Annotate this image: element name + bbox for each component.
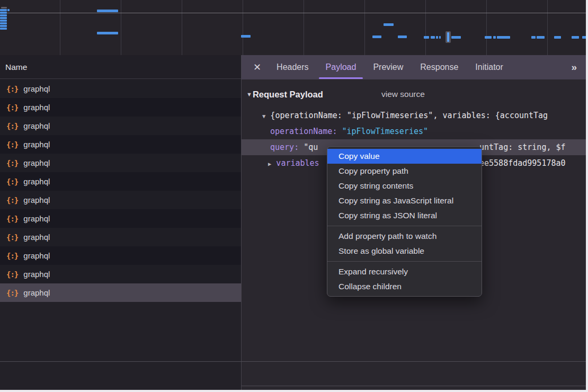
property-value-continuation: untTag: string, $f [479, 139, 566, 155]
request-row-graphql-selected[interactable]: {:}graphql [0, 283, 241, 302]
timeline-gridline [486, 0, 487, 55]
request-name-label: graphql [23, 140, 50, 149]
timeline-gridline [364, 0, 365, 55]
timeline-gridline [425, 0, 426, 55]
object-preview-text: {operationName: "ipFlowTimeseries", vari… [270, 111, 548, 120]
request-row-graphql[interactable]: {:}graphql [0, 154, 241, 172]
json-braces-icon: {:} [6, 270, 18, 279]
menu-item-add-property-path-to-watch[interactable]: Add property path to watch [327, 229, 482, 244]
menu-divider [327, 261, 482, 262]
menu-divider [327, 226, 482, 226]
timeline-request-bar [531, 36, 536, 39]
timeline-request-bar [0, 20, 7, 22]
timeline-request-bar [97, 10, 118, 12]
json-braces-icon: {:} [6, 215, 18, 223]
timeline-request-bar [0, 12, 7, 14]
section-title: Request Payload [253, 90, 323, 100]
timeline-request-bar [572, 36, 579, 39]
timeline-gridline [547, 0, 548, 55]
property-value: "ipFlowTimeseries" [342, 127, 428, 136]
json-braces-icon: {:} [6, 177, 18, 186]
request-name-label: graphql [23, 121, 50, 130]
timeline-request-bar [451, 36, 461, 39]
json-braces-icon: {:} [6, 140, 18, 149]
request-row-graphql[interactable]: {:}graphql [0, 246, 241, 265]
property-value-continuation: ee5588fdad995178a0 [479, 155, 566, 171]
json-braces-icon: {:} [6, 196, 18, 204]
timeline-gridline-horizontal [0, 13, 586, 13]
timeline-request-bar [7, 9, 10, 11]
devtools-window: Name {:}graphql{:}graphql{:}graphql{:}gr… [0, 0, 586, 390]
timeline-request-bar [0, 28, 7, 30]
request-name-label: graphql [23, 233, 50, 242]
view-source-link[interactable]: view source [381, 90, 425, 99]
request-row-graphql[interactable]: {:}graphql [0, 228, 241, 246]
menu-item-copy-string-as-javascript-literal[interactable]: Copy string as JavaScript literal [327, 193, 482, 208]
menu-item-copy-string-contents[interactable]: Copy string contents [327, 179, 482, 193]
request-payload-section-header[interactable]: ▼ Request Payload view source [246, 88, 586, 101]
json-braces-icon: {:} [6, 85, 18, 93]
request-name-label: graphql [23, 270, 50, 279]
timeline-request-bar [582, 36, 586, 39]
request-row-graphql[interactable]: {:}graphql [0, 191, 241, 209]
timeline-request-bar [398, 35, 407, 38]
column-header-name[interactable]: Name [0, 55, 241, 79]
json-braces-icon: {:} [6, 289, 18, 297]
request-name-label: graphql [23, 103, 50, 112]
column-header-label: Name [5, 63, 27, 72]
timeline-request-bar [485, 36, 492, 39]
request-row-graphql[interactable]: {:}graphql [0, 135, 241, 154]
json-braces-icon: {:} [6, 233, 18, 242]
timeline-request-bar [0, 17, 7, 19]
tab-payload[interactable]: Payload [317, 55, 365, 79]
request-row-graphql[interactable]: {:}graphql [0, 79, 241, 98]
property-key: query: [270, 142, 299, 152]
more-tabs-icon[interactable]: » [571, 55, 575, 79]
request-row-graphql[interactable]: {:}graphql [0, 172, 241, 191]
menu-item-copy-string-as-json-literal[interactable]: Copy string as JSON literal [327, 208, 482, 223]
timeline-gridline [60, 0, 60, 55]
tab-initiator[interactable]: Initiator [467, 55, 511, 79]
timeline-request-bar [384, 23, 394, 26]
expander-icon[interactable]: ▶ [268, 161, 271, 167]
section-collapse-icon[interactable]: ▼ [246, 91, 252, 97]
timeline-request-bar [0, 14, 7, 16]
menu-item-collapse-children[interactable]: Collapse children [327, 279, 482, 294]
menu-item-expand-recursively[interactable]: Expand recursively [327, 264, 482, 279]
network-request-list: Name {:}graphql{:}graphql{:}graphql{:}gr… [0, 55, 242, 390]
menu-item-store-as-global-variable[interactable]: Store as global variable [327, 244, 482, 259]
timeline-request-bar [537, 36, 545, 39]
request-name-label: graphql [23, 214, 50, 223]
json-braces-icon: {:} [6, 122, 18, 130]
detail-tab-bar: ✕ HeadersPayloadPreviewResponseInitiator… [242, 55, 586, 79]
close-icon[interactable]: ✕ [253, 63, 261, 72]
json-braces-icon: {:} [6, 252, 18, 260]
tab-response[interactable]: Response [412, 55, 467, 79]
timeline-request-bar [424, 36, 429, 39]
menu-item-copy-property-path[interactable]: Copy property path [327, 164, 482, 179]
request-row-graphql[interactable]: {:}graphql [0, 98, 241, 117]
request-name-label: graphql [23, 158, 50, 167]
timeline-request-bar [97, 32, 118, 34]
tree-row-root-preview[interactable]: ▼ {operationName: "ipFlowTimeseries", va… [242, 108, 586, 123]
tab-preview[interactable]: Preview [364, 55, 412, 79]
property-key: operationName: [270, 127, 337, 136]
network-overview-timeline[interactable] [0, 0, 586, 56]
timeline-gridline [304, 0, 304, 55]
panel-footer-divider [242, 386, 586, 386]
timeline-request-bar [241, 35, 251, 38]
expander-icon[interactable]: ▼ [262, 113, 265, 119]
timeline-request-bar [0, 22, 7, 24]
request-row-graphql[interactable]: {:}graphql [0, 117, 241, 135]
tab-headers[interactable]: Headers [268, 55, 317, 79]
timeline-gray-bar [1, 7, 7, 8]
menu-item-copy-value[interactable]: Copy value [327, 149, 482, 164]
timeline-gridline [182, 0, 182, 55]
timeline-request-bar [436, 36, 438, 39]
json-braces-icon: {:} [6, 103, 18, 112]
request-row-graphql[interactable]: {:}graphql [0, 265, 241, 283]
request-row-graphql[interactable]: {:}graphql [0, 209, 241, 228]
tree-row-operation-name[interactable]: operationName: "ipFlowTimeseries" [242, 123, 586, 139]
timeline-request-bar [554, 36, 561, 39]
timeline-request-bar [431, 36, 435, 39]
